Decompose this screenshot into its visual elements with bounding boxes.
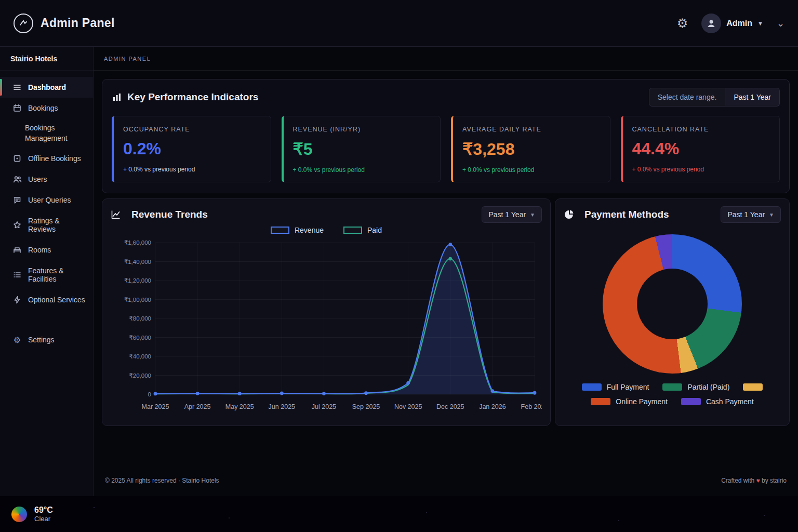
legend-swatch: [681, 398, 701, 405]
kpi-value: 0.2%: [123, 139, 261, 158]
legend-swatch: [582, 383, 602, 391]
kpi-label: CANCELLATION RATE: [632, 126, 770, 133]
breadcrumb: ADMIN PANEL: [94, 47, 798, 71]
legend-swatch-paid: [343, 227, 362, 234]
users-icon: [12, 175, 22, 183]
svg-text:Dec 2025: Dec 2025: [436, 403, 464, 410]
star-icon: [12, 221, 22, 229]
user-name: Admin: [726, 19, 752, 28]
sidebar-item-features-facilities[interactable]: Features & Facilities: [0, 260, 93, 289]
kpi-label: OCCUPANCY RATE: [123, 126, 261, 133]
sidebar-item-dashboard[interactable]: Dashboard: [0, 77, 93, 98]
legend-item: [743, 383, 763, 391]
svg-text:₹1,60,000: ₹1,60,000: [124, 240, 151, 246]
kpi-delta: + 0.0% vs previous period: [462, 166, 601, 174]
legend-label: Online Payment: [616, 397, 668, 406]
svg-text:Mar 2025: Mar 2025: [142, 403, 169, 410]
svg-text:Apr 2025: Apr 2025: [184, 403, 211, 410]
payment-methods-donut: [603, 234, 742, 374]
sidebar-item-rooms[interactable]: Rooms: [0, 240, 93, 260]
kpi-label: REVENUE (INR/YR): [293, 126, 431, 133]
legend-item: Online Payment: [591, 397, 668, 406]
legend-swatch-revenue: [271, 227, 289, 234]
legend-item: Full Payment: [582, 383, 649, 391]
svg-text:Nov 2025: Nov 2025: [394, 403, 422, 410]
kpi-value: ₹5: [293, 139, 431, 159]
chevron-down-icon: ▼: [769, 212, 774, 218]
date-range-button[interactable]: Select date range.: [649, 88, 726, 107]
svg-text:₹80,000: ₹80,000: [129, 315, 152, 322]
svg-text:₹1,00,000: ₹1,00,000: [124, 297, 151, 303]
bar-chart-icon: [112, 92, 122, 102]
weather-condition: Clear: [34, 515, 53, 523]
svg-text:0: 0: [148, 391, 151, 397]
sidebar-item-user-queries[interactable]: User Queries: [0, 190, 93, 210]
kpi-card-occupancy-rate: OCCUPANCY RATE 0.2% + 0.0% vs previous p…: [112, 116, 271, 182]
legend-label: Full Payment: [607, 383, 649, 391]
kpi-card-cancellation-rate: CANCELLATION RATE 44.4% + 0.0% vs previo…: [621, 116, 780, 182]
legend-swatch: [662, 383, 682, 391]
rooms-icon: [12, 246, 22, 254]
app-title: Admin Panel: [41, 16, 115, 30]
revenue-period-dropdown[interactable]: Past 1 Year ▼: [482, 206, 542, 223]
svg-text:₹40,000: ₹40,000: [129, 353, 152, 360]
svg-text:Feb 2026: Feb 2026: [521, 403, 542, 410]
kpi-panel: Key Performance Indicators Select date r…: [102, 79, 790, 193]
legend-swatch: [743, 383, 763, 391]
svg-text:Jun 2025: Jun 2025: [269, 403, 295, 410]
kpi-delta: + 0.0% vs previous period: [632, 166, 770, 173]
bolt-icon: [12, 296, 22, 304]
dashboard-icon: [12, 83, 22, 91]
legend-item: Partial (Paid): [662, 383, 729, 391]
legend-item: Cash Payment: [681, 397, 754, 406]
brand: Admin Panel: [14, 14, 115, 33]
sidebar-item-settings[interactable]: ⚙ Settings: [0, 329, 93, 351]
bookings-icon: [12, 104, 22, 112]
payment-methods-card: Payment Methods Past 1 Year ▼ Full Payme…: [555, 198, 790, 426]
svg-text:₹60,000: ₹60,000: [129, 335, 152, 341]
payment-methods-title: Payment Methods: [584, 209, 669, 220]
bottom-strip: 69°C Clear: [0, 496, 798, 532]
gear-icon: ⚙: [12, 335, 22, 345]
main-footer: © 2025 All rights reserved · Stairio Hot…: [102, 477, 790, 484]
pie-chart-icon: [564, 209, 574, 220]
payment-methods-legend: Full PaymentPartial (Paid)Online Payment…: [564, 383, 781, 406]
collapse-chevron-icon[interactable]: ⌄: [777, 18, 784, 29]
features-icon: [12, 271, 22, 279]
svg-text:₹20,000: ₹20,000: [129, 373, 152, 379]
credit-text: Crafted with ♥ by stairio: [721, 477, 787, 484]
kpi-label: AVERAGE DAILY RATE: [462, 126, 601, 133]
kpi-section-title: Key Performance Indicators: [127, 91, 258, 103]
settings-gear-icon[interactable]: ⚙: [677, 17, 688, 30]
svg-text:₹1,40,000: ₹1,40,000: [124, 259, 151, 265]
heart-icon: ♥: [756, 477, 760, 484]
app-header: Admin Panel ⚙ Admin ▼ ⌄: [0, 0, 798, 47]
line-chart-icon: [111, 209, 121, 220]
avatar[interactable]: [701, 14, 721, 33]
app-logo-icon: [14, 14, 33, 33]
copyright-text: © 2025 All rights reserved · Stairio Hot…: [105, 477, 219, 484]
sidebar: Stairio Hotels Dashboard Bookings Bookin…: [0, 47, 94, 496]
kpi-delta: + 0.0% vs previous period: [293, 166, 431, 174]
user-caret-icon: ▼: [757, 20, 763, 26]
revenue-trends-card: Revenue Trends Past 1 Year ▼ Revenue: [102, 198, 551, 426]
sidebar-item-bookings-management[interactable]: Bookings Management: [0, 118, 88, 148]
user-queries-icon: [12, 196, 22, 204]
kpi-delta: + 0.0% vs previous period: [123, 166, 261, 173]
period-button[interactable]: Past 1 Year: [725, 88, 780, 107]
svg-text:Jan 2026: Jan 2026: [479, 403, 506, 410]
sidebar-item-ratings-reviews[interactable]: Ratings & Reviews: [0, 210, 93, 240]
payment-period-dropdown[interactable]: Past 1 Year ▼: [721, 206, 781, 223]
weather-icon: [11, 507, 27, 522]
sidebar-item-optional-services[interactable]: Optional Services: [0, 289, 93, 310]
sidebar-brand: Stairio Hotels: [0, 47, 93, 71]
user-menu[interactable]: Admin ▼: [701, 14, 763, 33]
sidebar-item-users[interactable]: Users: [0, 169, 93, 190]
kpi-card-average-daily-rate: AVERAGE DAILY RATE ₹3,258 + 0.0% vs prev…: [451, 116, 610, 182]
sidebar-item-bookings[interactable]: Bookings: [0, 98, 93, 118]
kpi-value: ₹3,258: [462, 139, 601, 159]
legend-swatch: [591, 398, 610, 405]
legend-item-paid: Paid: [343, 226, 382, 234]
sidebar-item-offline-bookings[interactable]: Offline Bookings: [0, 148, 93, 169]
background-stars: [94, 507, 95, 508]
